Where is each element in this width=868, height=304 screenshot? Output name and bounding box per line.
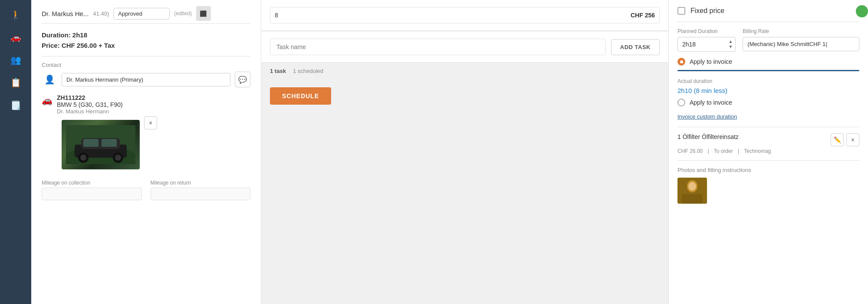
vehicle-row: 🚗 ZH111222 BMW 5 (G30, G31, F90) Dr. Mar… (42, 94, 250, 115)
actual-duration-title: Actual duration (677, 78, 859, 84)
mileage-collection-field: Mileage on collection (42, 180, 142, 200)
mileage-section: Mileage on collection Mileage on return (42, 180, 250, 200)
mileage-return-field: Mileage on return (151, 180, 251, 200)
amount-text: 41.40) (93, 10, 109, 17)
task-summary-bar: 1 task 1 scheduled (261, 63, 668, 79)
contact-select[interactable]: Dr. Markus Hermann (Primary) (62, 73, 230, 86)
car-image (62, 120, 140, 169)
sidebar-item-add[interactable]: 🗒️ (6, 96, 25, 115)
mileage-collection-label: Mileage on collection (42, 180, 142, 186)
billing-rate-select[interactable]: (Mechanic) Mike SchmittCHF 1( (743, 37, 859, 51)
amount-display: 8 (275, 12, 278, 19)
contact-label: Contact (42, 62, 250, 68)
actual-duration-section: Actual duration 2h10 (8 min less) Apply … (677, 78, 859, 106)
status-indicator (856, 5, 868, 17)
duration-down-button[interactable]: ▼ (728, 44, 733, 50)
photo-thumbnail[interactable] (677, 178, 707, 204)
left-panel: Dr. Markus He... 41.40) Approved Pending… (31, 0, 261, 304)
planned-duration-label: Planned Duration (677, 28, 736, 34)
right-panel: Fixed price Planned Duration 2h18 ▲ ▼ Bi… (668, 0, 868, 304)
task-count: 1 task (270, 68, 286, 74)
sidebar: 🚶 🚗 👥 📋 🗒️ (0, 0, 31, 304)
sidebar-item-person[interactable]: 🚶 (6, 5, 25, 24)
status-dropdown[interactable]: Approved Pending Completed (113, 8, 170, 20)
action-button[interactable]: ⬛ (196, 6, 211, 21)
contact-section: Contact 👤 Dr. Markus Hermann (Primary) 💬 (42, 62, 250, 87)
apply-invoice-planned-radio[interactable] (677, 58, 685, 66)
delete-item-button[interactable]: × (846, 133, 859, 146)
price-text: Price: CHF 256.00 + Tax (42, 40, 250, 51)
svg-point-9 (115, 155, 121, 161)
fixed-price-checkbox[interactable] (677, 7, 685, 15)
photos-title: Photos and fitting instructions (677, 167, 859, 173)
item-name: 1 Ölfilter Ölfiltereinsatz (677, 133, 831, 140)
car-svg (66, 125, 135, 164)
item-actions: ✏️ × (831, 133, 859, 146)
fixed-price-row: Fixed price (677, 7, 859, 22)
contact-person-icon: 👤 (42, 72, 57, 87)
mileage-return-input[interactable] (151, 188, 251, 200)
edited-badge: (edited) (174, 10, 192, 17)
customer-name: Dr. Markus He... (42, 10, 89, 17)
vehicle-model: BMW 5 (G30, G31, F90) (57, 101, 250, 108)
contact-row: 👤 Dr. Markus Hermann (Primary) 💬 (42, 72, 250, 87)
item-details: CHF 26.00 | To order | Technomag (677, 148, 859, 154)
chat-button[interactable]: 💬 (235, 72, 250, 87)
mileage-row: Mileage on collection Mileage on return (42, 180, 250, 200)
vehicle-owner: Dr. Markus Hermann (57, 108, 250, 115)
svg-rect-5 (102, 139, 117, 147)
item-price: CHF 26.00 (677, 148, 703, 154)
photos-section: Photos and fitting instructions (677, 160, 859, 204)
edit-item-button[interactable]: ✏️ (831, 133, 844, 146)
sidebar-item-car[interactable]: 🚗 (6, 28, 25, 47)
duration-up-button[interactable]: ▲ (728, 39, 733, 44)
planned-billing-row: Planned Duration 2h18 ▲ ▼ Billing Rate (… (677, 28, 859, 52)
item-supplier: Technomag (744, 148, 771, 154)
svg-rect-13 (682, 194, 703, 204)
add-task-button[interactable]: ADD TASK (611, 39, 660, 55)
duration-arrows: ▲ ▼ (726, 38, 735, 50)
apply-invoice-actual-radio[interactable] (677, 99, 685, 106)
status-row: Dr. Markus He... 41.40) Approved Pending… (42, 6, 250, 21)
edit-icon: ✏️ (834, 136, 841, 143)
billing-rate-field: Billing Rate (Mechanic) Mike SchmittCHF … (743, 28, 859, 52)
svg-point-12 (688, 182, 696, 191)
svg-point-7 (80, 155, 86, 161)
billing-rate-label: Billing Rate (743, 28, 859, 34)
apply-invoice-planned-label: Apply to invoice (690, 58, 732, 65)
item-pipe-2: | (738, 148, 739, 154)
car-image-wrap: × (62, 120, 140, 169)
item-header: 1 Ölfilter Ölfiltereinsatz ✏️ × (677, 133, 859, 146)
duration-input-wrap: 2h18 ▲ ▼ (677, 37, 736, 52)
car-image-inner (62, 120, 140, 169)
fixed-price-label: Fixed price (690, 7, 724, 15)
progress-line (677, 70, 859, 71)
apply-invoice-actual-label: Apply to invoice (690, 99, 732, 106)
mileage-return-label: Mileage on return (151, 180, 251, 186)
svg-rect-4 (83, 139, 99, 147)
schedule-section: SCHEDULE (261, 79, 668, 304)
sidebar-item-list[interactable]: 📋 (6, 73, 25, 92)
chf-amount: CHF 256 (631, 12, 655, 19)
duration-text: Duration: 2h18 (42, 30, 250, 40)
task-input-bar: 8 CHF 256 (261, 0, 668, 31)
sidebar-item-team[interactable]: 👥 (6, 50, 25, 69)
invoice-custom-duration-link[interactable]: Invoice custom duration (677, 113, 737, 120)
duration-value: 2h18 (678, 37, 726, 51)
vehicle-info: ZH111222 BMW 5 (G30, G31, F90) Dr. Marku… (57, 94, 250, 115)
delete-icon: × (851, 136, 855, 143)
duration-price: Duration: 2h18 Price: CHF 256.00 + Tax (42, 30, 250, 51)
schedule-button[interactable]: SCHEDULE (270, 87, 331, 105)
item-status: To order (714, 148, 733, 154)
vehicle-plate: ZH111222 (57, 94, 250, 101)
mileage-collection-input[interactable] (42, 188, 142, 200)
item-pipe-1: | (707, 148, 709, 154)
apply-invoice-actual-row: Apply to invoice (677, 99, 859, 106)
apply-invoice-planned-row: Apply to invoice (677, 58, 859, 66)
task-name-input[interactable] (270, 39, 606, 55)
item-row: 1 Ölfilter Ölfiltereinsatz ✏️ × CHF 26.0… (677, 127, 859, 159)
task-add-bar: ADD TASK (261, 32, 668, 63)
remove-image-button[interactable]: × (144, 116, 157, 129)
contact-select-wrap: Dr. Markus Hermann (Primary) (62, 73, 230, 86)
photo-svg (677, 178, 707, 204)
